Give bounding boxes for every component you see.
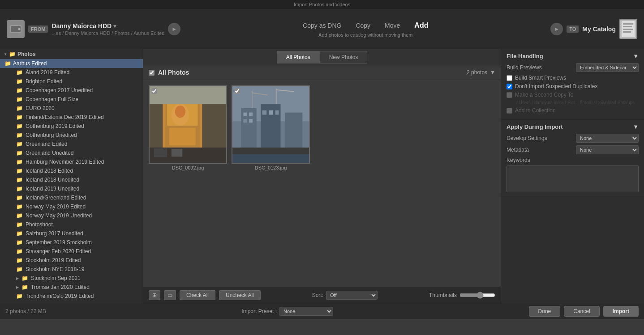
photo-thumb[interactable] — [149, 85, 227, 164]
thumbnail-size-slider[interactable] — [459, 292, 495, 299]
sort-label: Sort: — [312, 292, 323, 298]
sidebar-item-greenland-unedited[interactable]: 📁 Greenland Unedited — [0, 148, 143, 157]
sidebar-item-aarhus-edited[interactable]: 📁 Aarhus Edited — [0, 59, 143, 68]
import-actions: Copy as DNG Copy Move Add — [300, 21, 431, 30]
sidebar-item-photoshoot[interactable]: 📁 Photoshoot — [0, 220, 143, 229]
svg-rect-5 — [623, 23, 633, 25]
check-all-checkbox[interactable] — [149, 70, 155, 76]
sidebar-item-finland-estonia[interactable]: 📁 Finland/Estonia Dec 2019 Edited — [0, 113, 143, 122]
section-label: Photos — [17, 51, 36, 57]
copy-button[interactable]: Copy — [353, 21, 373, 30]
svg-rect-17 — [172, 149, 182, 157]
svg-rect-18 — [150, 86, 226, 104]
sidebar-item-copenhagen-full-size[interactable]: 📁 Copenhagen Full Size — [0, 95, 143, 104]
sidebar-item-gothenburg-edited[interactable]: 📁 Gothenburg 2019 Edited — [0, 122, 143, 131]
keywords-area[interactable] — [507, 165, 639, 192]
dest-nav-arrow[interactable]: ► — [550, 23, 563, 35]
folder-icon-item: 📁 — [16, 159, 23, 165]
footer: 2 photos / 22 MB Import Preset : None Do… — [0, 303, 644, 319]
grid-view-button[interactable]: ⊞ — [149, 290, 160, 300]
sidebar-item-label: Norway May 2019 Unedited — [26, 212, 92, 219]
photo-thumb[interactable] — [232, 85, 310, 164]
metadata-select[interactable]: None — [576, 145, 639, 154]
build-previews-select[interactable]: Embedded & Sidecar Minimal Standard 1:1 — [576, 63, 639, 72]
photo-count: 2 photos — [467, 69, 487, 76]
sidebar-item-stockholm-2019-edited[interactable]: 📁 Stockholm 2019 Edited — [0, 256, 143, 265]
sidebar-item-iceland-greenland[interactable]: 📁 Iceland/Greenland Edited — [0, 193, 143, 202]
top-bar: FROM Danny Maiorca HDD ▾ ...es / Danny M… — [0, 9, 644, 49]
folder-icon-item: 📁 — [16, 195, 23, 201]
hdd-icon — [7, 20, 25, 38]
source-section: FROM Danny Maiorca HDD ▾ ...es / Danny M… — [7, 20, 180, 38]
make-second-copy-checkbox[interactable] — [507, 92, 512, 98]
loupe-view-button[interactable]: ▭ — [164, 290, 176, 300]
sidebar-item-youtube[interactable]: 📁 YouTube Thumbnail Images — [0, 301, 143, 303]
sidebar-item-greenland-edited[interactable]: 📁 Greenland Edited — [0, 140, 143, 148]
keywords-label: Keywords — [507, 157, 530, 163]
expand-triangle: ▶ — [16, 285, 19, 289]
sort-select[interactable]: Off Capture Time Checked State File Name… — [326, 291, 378, 300]
folder-icon-item: 📁 — [16, 123, 23, 129]
sidebar-item-stavanger[interactable]: 📁 Stavanger Feb 2020 Edited — [0, 247, 143, 256]
sidebar-item-salzburg[interactable]: 📁 Salzburg 2017 Unedited — [0, 229, 143, 238]
tab-new-photos[interactable]: New Photos — [320, 51, 368, 64]
sidebar: ▼ 📁 Photos 📁 Aarhus Edited 📁 Åland 2019 … — [0, 49, 143, 303]
dont-import-duplicates-checkbox[interactable] — [507, 84, 512, 89]
apply-during-import-collapse[interactable]: ▼ — [633, 123, 639, 130]
sidebar-item-euro-2020[interactable]: 📁 EURO 2020 — [0, 104, 143, 113]
build-smart-previews-checkbox[interactable] — [507, 75, 512, 81]
sidebar-item-tromso[interactable]: ▶ 📁 Tromsø Jan 2020 Edited — [0, 283, 143, 292]
sidebar-item-iceland-2018-unedited[interactable]: 📁 Iceland 2018 Unedited — [0, 175, 143, 184]
sidebar-item-iceland-2019-unedited[interactable]: 📁 Iceland 2019 Unedited — [0, 184, 143, 193]
sidebar-item-norway-may-unedited[interactable]: 📁 Norway May 2019 Unedited — [0, 211, 143, 220]
import-button[interactable]: Import — [603, 306, 639, 317]
cancel-button[interactable]: Cancel — [564, 306, 599, 317]
photo-checkbox-1[interactable] — [151, 88, 157, 94]
sidebar-item-label: Greenland Unedited — [26, 150, 73, 156]
sort-dropdown-icon[interactable]: ▼ — [490, 69, 495, 76]
sidebar-item-label: Copenhagen Full Size — [26, 96, 78, 102]
sidebar-item-september-stockholm[interactable]: 📁 September 2019 Stockholm — [0, 238, 143, 247]
folder-icon-item: 📁 — [16, 186, 23, 192]
sidebar-item-label: Salzburg 2017 Unedited — [26, 230, 83, 237]
sidebar-item-stockholm-nye[interactable]: 📁 Stockholm NYE 2018-19 — [0, 265, 143, 274]
develop-settings-select[interactable]: None — [576, 134, 639, 143]
photo-filename-1: DSC_0092.jpg — [149, 165, 227, 170]
import-preset-select[interactable]: None — [279, 307, 333, 316]
sidebar-item-gothenburg-unedited[interactable]: 📁 Gothenburg Unedited — [0, 131, 143, 140]
sidebar-item-hamburg[interactable]: 📁 Hamburg November 2019 Edited — [0, 157, 143, 166]
photo-item: DSC_0123.jpg — [232, 85, 310, 170]
sidebar-item-iceland-2018-edited[interactable]: 📁 Iceland 2018 Edited — [0, 166, 143, 175]
sidebar-item-label: Åland 2019 Edited — [26, 69, 69, 76]
sidebar-item-trondheim[interactable]: 📁 Trondheim/Oslo 2019 Edited — [0, 292, 143, 301]
add-button[interactable]: Add — [412, 21, 431, 30]
svg-rect-26 — [249, 113, 253, 116]
check-all-button[interactable]: Check All — [180, 290, 215, 300]
done-button[interactable]: Done — [529, 306, 561, 317]
uncheck-all-button[interactable]: Uncheck All — [219, 290, 261, 300]
build-previews-label: Build Previews — [507, 64, 542, 71]
photo-checkbox-2[interactable] — [234, 88, 240, 94]
section-folder-icon: 📁 — [9, 51, 16, 57]
svg-rect-31 — [269, 110, 273, 115]
photos-grid: DSC_0092.jpg — [143, 80, 501, 287]
sidebar-item-copenhagen-unedited[interactable]: 📁 Copenhagen 2017 Unedited — [0, 86, 143, 95]
add-to-collection-checkbox[interactable] — [507, 108, 512, 114]
section-title: All Photos — [158, 69, 189, 76]
metadata-row: Metadata None — [507, 145, 639, 154]
folder-icon-item: 📁 — [16, 230, 23, 237]
move-button[interactable]: Move — [382, 21, 403, 30]
sidebar-item-norway-may-edited[interactable]: 📁 Norway May 2019 Edited — [0, 202, 143, 211]
sidebar-item-label: Hamburg November 2019 Edited — [26, 159, 104, 165]
develop-settings-label: Develop Settings — [507, 135, 547, 141]
sidebar-item-label: Aarhus Edited — [13, 60, 47, 67]
sidebar-item-label: Stockholm NYE 2018-19 — [26, 266, 84, 272]
source-nav-arrow[interactable]: ► — [168, 23, 180, 35]
sidebar-item-stockholm-sep-2021[interactable]: ▶ 📁 Stockholm Sep 2021 — [0, 274, 143, 283]
tab-all-photos[interactable]: All Photos — [277, 51, 320, 64]
copy-as-dng-button[interactable]: Copy as DNG — [300, 21, 344, 30]
file-handling-collapse[interactable]: ▼ — [633, 53, 639, 59]
source-dropdown-icon[interactable]: ▾ — [113, 22, 116, 30]
sidebar-item-aland[interactable]: 📁 Åland 2019 Edited — [0, 68, 143, 77]
sidebar-item-brighton[interactable]: 📁 Brighton Edited — [0, 77, 143, 86]
